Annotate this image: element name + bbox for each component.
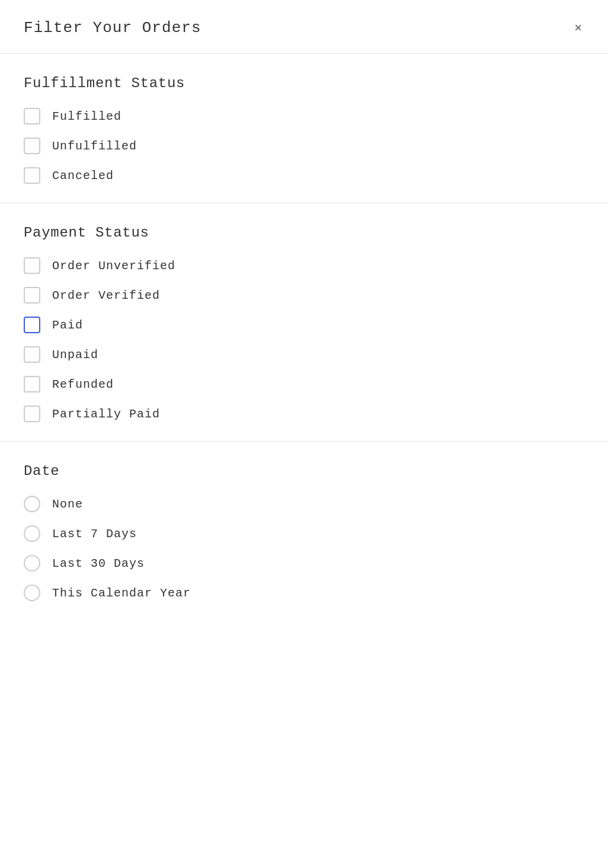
fulfillment-status-title: Fulfillment Status: [24, 75, 584, 91]
checkbox-fulfilled[interactable]: [24, 108, 40, 125]
radio-label-last-30-days: Last 30 Days: [52, 557, 145, 570]
checkbox-paid[interactable]: [24, 317, 40, 333]
checkbox-item-unpaid[interactable]: Unpaid: [24, 346, 584, 363]
radio-last-30-days[interactable]: [24, 555, 40, 572]
checkbox-label-refunded: Refunded: [52, 378, 114, 391]
fulfillment-status-section: Fulfillment Status Fulfilled Unfulfilled…: [0, 54, 608, 203]
radio-label-this-calendar-year: This Calendar Year: [52, 586, 191, 600]
checkbox-refunded[interactable]: [24, 376, 40, 392]
checkbox-label-fulfilled: Fulfilled: [52, 110, 121, 123]
date-title: Date: [24, 463, 584, 479]
payment-status-section: Payment Status Order Unverified Order Ve…: [0, 203, 608, 442]
radio-none[interactable]: [24, 496, 40, 512]
checkbox-item-order-unverified[interactable]: Order Unverified: [24, 257, 584, 274]
checkbox-label-order-unverified: Order Unverified: [52, 259, 175, 273]
close-button[interactable]: ×: [572, 19, 584, 37]
radio-item-this-calendar-year[interactable]: This Calendar Year: [24, 585, 584, 601]
checkbox-label-paid: Paid: [52, 318, 83, 332]
checkbox-label-unfulfilled: Unfulfilled: [52, 139, 137, 153]
radio-item-last-7-days[interactable]: Last 7 Days: [24, 525, 584, 542]
checkbox-item-order-verified[interactable]: Order Verified: [24, 287, 584, 304]
checkbox-partially-paid[interactable]: [24, 406, 40, 422]
checkbox-label-canceled: Canceled: [52, 169, 114, 183]
checkbox-label-order-verified: Order Verified: [52, 289, 160, 302]
checkbox-item-partially-paid[interactable]: Partially Paid: [24, 406, 584, 422]
radio-this-calendar-year[interactable]: [24, 585, 40, 601]
checkbox-order-verified[interactable]: [24, 287, 40, 304]
checkbox-unpaid[interactable]: [24, 346, 40, 363]
checkbox-item-fulfilled[interactable]: Fulfilled: [24, 108, 584, 125]
checkbox-label-partially-paid: Partially Paid: [52, 407, 160, 421]
checkbox-item-refunded[interactable]: Refunded: [24, 376, 584, 392]
panel-title: Filter Your Orders: [24, 19, 201, 37]
checkbox-order-unverified[interactable]: [24, 257, 40, 274]
radio-last-7-days[interactable]: [24, 525, 40, 542]
checkbox-item-unfulfilled[interactable]: Unfulfilled: [24, 138, 584, 154]
radio-item-none[interactable]: None: [24, 496, 584, 512]
checkbox-canceled[interactable]: [24, 167, 40, 184]
radio-item-last-30-days[interactable]: Last 30 Days: [24, 555, 584, 572]
panel-header: Filter Your Orders ×: [0, 0, 608, 54]
date-section: Date None Last 7 Days Last 30 Days This …: [0, 442, 608, 620]
payment-status-title: Payment Status: [24, 225, 584, 241]
radio-label-none: None: [52, 497, 83, 511]
checkbox-unfulfilled[interactable]: [24, 138, 40, 154]
checkbox-item-paid[interactable]: Paid: [24, 317, 584, 333]
filter-panel: Filter Your Orders × Fulfillment Status …: [0, 0, 608, 620]
radio-label-last-7-days: Last 7 Days: [52, 527, 137, 541]
checkbox-item-canceled[interactable]: Canceled: [24, 167, 584, 184]
checkbox-label-unpaid: Unpaid: [52, 348, 98, 362]
